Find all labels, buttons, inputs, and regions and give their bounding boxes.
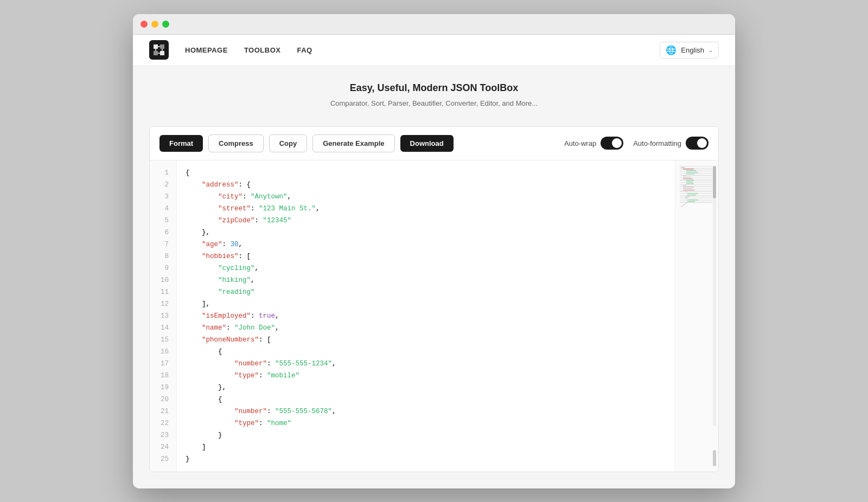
code-content[interactable]: { "address": { "city": "Anytown", "stree… (177, 160, 675, 472)
auto-wrap-toggle[interactable] (601, 137, 623, 150)
maximize-button[interactable] (162, 21, 169, 28)
svg-rect-10 (683, 169, 694, 170)
code-editor[interactable]: 1234567891011121314151617181920212223242… (150, 160, 718, 472)
svg-rect-21 (683, 186, 694, 188)
hero-subtitle: Comparator, Sort, Parser, Beautifier, Co… (144, 99, 724, 107)
code-line: "name": "John Doe", (186, 322, 666, 334)
line-number: 6 (150, 227, 176, 239)
line-number: 2 (150, 179, 176, 191)
logo[interactable] (149, 40, 169, 60)
scrollbar-track[interactable] (713, 166, 716, 426)
svg-rect-15 (683, 177, 691, 178)
svg-rect-4 (160, 51, 164, 55)
code-line: "isEmployed": true, (186, 310, 666, 322)
svg-rect-11 (686, 170, 696, 171)
language-label: English (681, 46, 704, 54)
code-line: ], (186, 298, 666, 310)
line-number: 18 (150, 370, 176, 382)
svg-rect-24 (685, 191, 687, 192)
svg-rect-14 (683, 175, 686, 176)
line-number: 23 (150, 429, 176, 441)
code-line: "hiking", (186, 274, 666, 286)
toolbar: Format Compress Copy Generate Example Do… (150, 127, 718, 160)
code-line: "type": "home" (186, 417, 666, 429)
code-line: "number": "555-555-1234", (186, 358, 666, 370)
line-number: 9 (150, 262, 176, 274)
line-number: 20 (150, 394, 176, 406)
svg-rect-31 (685, 203, 687, 204)
line-number: 13 (150, 310, 176, 322)
svg-rect-32 (683, 204, 685, 205)
line-number: 3 (150, 191, 176, 203)
code-line: "address": { (186, 179, 666, 191)
auto-wrap-label: Auto-wrap (564, 139, 596, 147)
svg-rect-12 (686, 172, 698, 173)
chevron-down-icon: ⌄ (709, 47, 713, 53)
code-line: { (186, 167, 666, 179)
svg-rect-22 (683, 188, 693, 189)
svg-rect-18 (686, 182, 693, 183)
generate-example-button[interactable]: Generate Example (312, 134, 394, 152)
auto-formatting-group: Auto-formatting (633, 137, 709, 150)
code-line: "reading" (186, 286, 666, 298)
traffic-lights (141, 21, 169, 28)
copy-button[interactable]: Copy (269, 134, 308, 152)
nav-links: HOMEPAGE TOOLBOX FAQ (185, 46, 660, 54)
code-line: }, (186, 227, 666, 239)
code-line: { (186, 346, 666, 358)
svg-rect-29 (687, 199, 698, 201)
line-number: 21 (150, 406, 176, 417)
compress-button[interactable]: Compress (208, 134, 264, 152)
auto-formatting-toggle[interactable] (686, 137, 709, 150)
svg-rect-13 (686, 173, 695, 175)
svg-rect-9 (681, 167, 685, 168)
code-line: "number": "555-555-5678", (186, 406, 666, 417)
svg-rect-33 (681, 206, 683, 207)
svg-rect-0 (149, 40, 169, 60)
code-line: "hobbies": [ (186, 250, 666, 262)
nav-homepage[interactable]: HOMEPAGE (185, 46, 228, 54)
scrollbar-corner (713, 450, 716, 466)
line-number: 5 (150, 215, 176, 227)
line-number: 25 (150, 453, 176, 465)
code-line: } (186, 429, 666, 441)
line-number: 15 (150, 334, 176, 346)
svg-rect-28 (685, 198, 687, 199)
app-window: HOMEPAGE TOOLBOX FAQ 🌐 English ⌄ Easy, U… (133, 14, 735, 488)
title-bar (133, 14, 735, 35)
nav-faq[interactable]: FAQ (297, 46, 312, 54)
minimap-preview (680, 166, 712, 204)
hero-section: Easy, Useful, Modern JSON ToolBox Compar… (133, 66, 735, 118)
svg-rect-16 (683, 178, 693, 179)
format-button[interactable]: Format (159, 135, 203, 152)
close-button[interactable] (141, 21, 148, 28)
line-number: 1 (150, 167, 176, 179)
svg-rect-30 (687, 201, 695, 202)
minimap (675, 160, 718, 472)
line-number: 14 (150, 322, 176, 334)
editor-container: Format Compress Copy Generate Example Do… (149, 126, 719, 472)
auto-wrap-group: Auto-wrap (564, 137, 623, 150)
minimize-button[interactable] (151, 21, 158, 28)
code-line: ] (186, 441, 666, 453)
code-line: "city": "Anytown", (186, 191, 666, 203)
code-line: "age": 30, (186, 239, 666, 250)
svg-rect-19 (686, 183, 694, 184)
line-number: 4 (150, 203, 176, 215)
line-number: 17 (150, 358, 176, 370)
download-button[interactable]: Download (400, 135, 454, 152)
line-number: 11 (150, 286, 176, 298)
line-number: 7 (150, 239, 176, 250)
language-selector[interactable]: 🌐 English ⌄ (660, 42, 719, 59)
svg-rect-17 (686, 180, 694, 181)
svg-rect-3 (160, 44, 164, 49)
line-number: 16 (150, 346, 176, 358)
line-number: 10 (150, 274, 176, 286)
nav-toolbox[interactable]: TOOLBOX (244, 46, 281, 54)
code-line: "cycling", (186, 262, 666, 274)
svg-rect-2 (154, 51, 158, 55)
svg-rect-23 (683, 190, 695, 191)
line-numbers: 1234567891011121314151617181920212223242… (150, 160, 177, 472)
scrollbar-thumb[interactable] (713, 166, 716, 198)
code-line: "street": "123 Main St.", (186, 203, 666, 215)
